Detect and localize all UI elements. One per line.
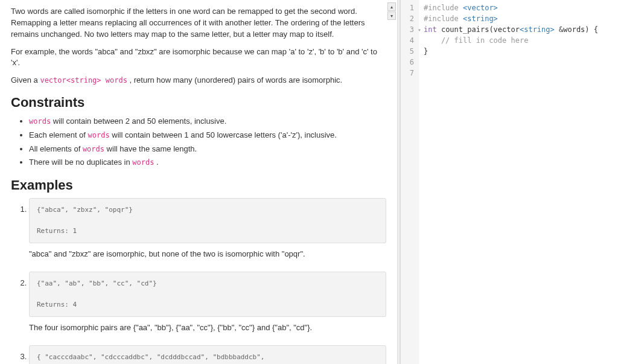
example-returns: Returns: 4 [37, 301, 77, 308]
example-input: {"abca", "zbxz", "opqr"} [37, 206, 133, 214]
example-box: {"aa", "ab", "bb", "cc", "cd"} Returns: … [29, 272, 386, 317]
line-number: 4 [403, 35, 414, 46]
line-number: 3 [403, 24, 414, 35]
example-note: "abca" and "zbxz" are isomorphic, but no… [29, 249, 386, 258]
fold-icon[interactable]: ▾ [418, 25, 424, 34]
examples-heading: Examples [11, 177, 386, 193]
text: . [154, 158, 158, 167]
line-number: 1 [403, 2, 414, 13]
intro-paragraph-1: Two words are called isomorphic if the l… [11, 6, 386, 40]
token-comment: // fill in code here [424, 36, 528, 45]
line-number: 5 [403, 46, 414, 57]
example-returns: Returns: 1 [37, 227, 77, 235]
constraint-item: Each element of words will contain betwe… [29, 129, 386, 142]
code-line: // fill in code here [424, 35, 598, 46]
text: will contain between 1 and 50 lowercase … [110, 130, 337, 139]
inline-code: vector<string> words [40, 76, 127, 85]
text: All elements of [29, 144, 83, 153]
line-number: 6 [403, 57, 414, 68]
text: , return how many (unordered) pairs of w… [127, 75, 342, 85]
scroll-controls: ▴ ▾ [387, 2, 396, 20]
code-line: #include <string> [424, 13, 598, 24]
inline-code: words [88, 131, 110, 139]
code-line: #include <vector> [424, 2, 598, 13]
example-input: { "cacccdaabc", "cdcccaddbc", "dcdddbcca… [37, 353, 269, 364]
text: will have the same length. [104, 144, 197, 153]
token-type: <vector> [463, 4, 498, 12]
constraint-item: There will be no duplicates in words . [29, 156, 386, 169]
token-type: <string> [520, 25, 555, 34]
text: Each element of [29, 130, 88, 139]
example-item: { "cacccdaabc", "cdcccaddbc", "dcdddbcca… [29, 345, 386, 364]
code-line: ▾int count_pairs(vector<string> &words) … [424, 24, 598, 35]
code-area[interactable]: #include <vector>#include <string>▾int c… [419, 0, 603, 364]
text: will contain between 2 and 50 elements, … [51, 117, 226, 126]
code-editor[interactable]: 1 2 3 4 5 6 7 #include <vector>#include … [400, 0, 618, 364]
line-number: 2 [403, 13, 414, 24]
text: There will be no duplicates in [29, 158, 132, 167]
problem-panel: ▴ ▾ Two words are called isomorphic if t… [0, 0, 397, 364]
line-number: 7 [403, 68, 414, 78]
scroll-down-button[interactable]: ▾ [387, 11, 396, 20]
constraint-item: words will contain between 2 and 50 elem… [29, 115, 386, 128]
example-box: { "cacccdaabc", "cdcccaddbc", "dcdddbcca… [29, 345, 386, 364]
examples-list: {"abca", "zbxz", "opqr"} Returns: 1 "abc… [11, 198, 386, 364]
inline-code: words [83, 145, 104, 153]
text: Given a [11, 75, 40, 85]
constraints-heading: Constraints [11, 95, 386, 110]
code-line: } [424, 46, 598, 57]
inline-code: words [29, 117, 51, 126]
example-input: {"aa", "ab", "bb", "cc", "cd"} [37, 279, 157, 287]
token: &words) { [555, 25, 598, 34]
token-macro: #include [424, 14, 463, 23]
inline-code: words [132, 158, 154, 167]
intro-paragraph-2: For example, the words "abca" and "zbxz"… [11, 46, 386, 69]
intro-paragraph-3: Given a vector<string> words , return ho… [11, 75, 386, 86]
example-box: {"abca", "zbxz", "opqr"} Returns: 1 [29, 198, 386, 243]
constraint-item: All elements of words will have the same… [29, 143, 386, 156]
token-macro: #include [424, 4, 463, 12]
example-item: {"abca", "zbxz", "opqr"} Returns: 1 "abc… [29, 198, 386, 258]
line-number-gutter: 1 2 3 4 5 6 7 [401, 0, 419, 364]
example-note: The four isomorphic pairs are {"aa", "bb… [29, 323, 386, 332]
token: count_pairs(vector [437, 25, 520, 34]
constraints-list: words will contain between 2 and 50 elem… [11, 115, 386, 169]
scroll-up-button[interactable]: ▴ [387, 2, 396, 11]
token-type: <string> [463, 14, 498, 23]
token-keyword: int [424, 25, 437, 34]
example-item: {"aa", "ab", "bb", "cc", "cd"} Returns: … [29, 272, 386, 332]
